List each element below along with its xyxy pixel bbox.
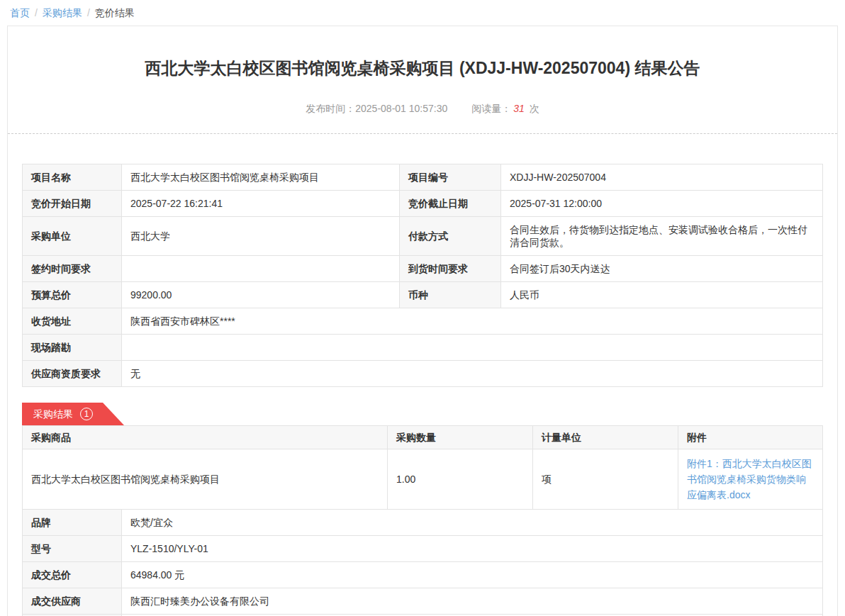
field-value: 无 (122, 361, 823, 387)
table-row: 供应商资质要求 无 (23, 361, 823, 387)
views-label: 阅读量： (471, 103, 511, 114)
purchase-result-ribbon: 采购结果1 (22, 403, 124, 425)
quantity-cell: 1.00 (388, 449, 533, 510)
field-label: 签约时间要求 (23, 256, 122, 282)
brand-value: 欧梵/宜众 (122, 510, 823, 536)
field-label: 品牌 (23, 510, 122, 536)
table-row: 成交供应商 陕西汇时臻美办公设备有限公司 (23, 588, 823, 615)
field-value: XDJJ-HW-202507004 (501, 164, 823, 191)
purchase-result-ribbon-label: 采购结果 (33, 408, 73, 420)
field-label: 竞价截止日期 (400, 191, 501, 217)
table-row: 项目名称 西北大学太白校区图书馆阅览桌椅采购项目 项目编号 XDJJ-HW-20… (23, 164, 823, 191)
field-label: 成交总价 (23, 562, 122, 588)
attachment-link[interactable]: 附件1：西北大学太白校区图书馆阅览桌椅采购货物类响应偏离表.docx (687, 456, 814, 503)
breadcrumb: 首页/采购结果/竞价结果 (0, 0, 845, 26)
announcement-card: 西北大学太白校区图书馆阅览桌椅采购项目 (XDJJ-HW-202507004) … (7, 26, 838, 616)
field-label: 到货时间要求 (400, 256, 501, 282)
field-value: 西北大学 (122, 217, 400, 256)
project-info-table: 项目名称 西北大学太白校区图书馆阅览桌椅采购项目 项目编号 XDJJ-HW-20… (22, 164, 823, 387)
deal-details-table: 品牌 欧梵/宜众 型号 YLZ-1510/YLY-01 成交总价 64984.0… (22, 509, 823, 616)
purchase-result-table: 采购商品 采购数量 计量单位 附件 西北大学太白校区图书馆阅览桌椅采购项目 1.… (22, 425, 823, 510)
field-value: 陕西省西安市碑林区**** (122, 308, 823, 335)
field-label: 收货地址 (23, 308, 122, 335)
field-label: 项目编号 (400, 164, 501, 191)
breadcrumb-home-link[interactable]: 首页 (10, 7, 30, 18)
model-value: YLZ-1510/YLY-01 (122, 536, 823, 562)
publish-meta: 发布时间：2025-08-01 10:57:30阅读量：31 次 (8, 103, 837, 116)
field-value: 2025-07-31 12:00:00 (501, 191, 823, 217)
field-value: 西北大学太白校区图书馆阅览桌椅采购项目 (122, 164, 400, 191)
table-header-row: 采购商品 采购数量 计量单位 附件 (23, 426, 823, 449)
purchase-result-count-badge: 1 (80, 408, 93, 420)
content-area: 项目名称 西北大学太白校区图书馆阅览桌椅采购项目 项目编号 XDJJ-HW-20… (8, 134, 837, 616)
attachment-cell: 附件1：西北大学太白校区图书馆阅览桌椅采购货物类响应偏离表.docx (678, 449, 823, 510)
field-label: 币种 (400, 282, 501, 308)
page: 首页/采购结果/竞价结果 西北大学太白校区图书馆阅览桌椅采购项目 (XDJJ-H… (0, 0, 845, 616)
field-label: 供应商资质要求 (23, 361, 122, 387)
table-row: 型号 YLZ-1510/YLY-01 (23, 536, 823, 562)
table-row: 预算总价 99200.00 币种 人民币 (23, 282, 823, 308)
publish-time-label: 发布时间： (306, 103, 355, 114)
breadcrumb-current: 竞价结果 (95, 7, 135, 18)
table-row: 成交总价 64984.00 元 (23, 562, 823, 588)
page-title: 西北大学太白校区图书馆阅览桌椅采购项目 (XDJJ-HW-202507004) … (50, 57, 795, 79)
table-row: 品牌 欧梵/宜众 (23, 510, 823, 536)
table-row: 现场踏勘 (23, 335, 823, 361)
table-row: 竞价开始日期 2025-07-22 16:21:41 竞价截止日期 2025-0… (23, 191, 823, 217)
table-row: 西北大学太白校区图书馆阅览桌椅采购项目 1.00 项 附件1：西北大学太白校区图… (23, 449, 823, 510)
field-value (122, 335, 823, 361)
field-value (122, 256, 400, 282)
column-header-unit: 计量单位 (533, 426, 678, 449)
breadcrumb-purchase-results-link[interactable]: 采购结果 (43, 7, 82, 18)
views-unit: 次 (530, 103, 539, 114)
field-label: 现场踏勘 (23, 335, 122, 361)
column-header-quantity: 采购数量 (388, 426, 533, 449)
field-label: 型号 (23, 536, 122, 562)
breadcrumb-separator: / (35, 7, 38, 18)
column-header-attachment: 附件 (678, 426, 823, 449)
product-name-cell: 西北大学太白校区图书馆阅览桌椅采购项目 (23, 449, 388, 510)
field-label: 项目名称 (23, 164, 122, 191)
field-value: 合同签订后30天内送达 (501, 256, 823, 282)
views-count: 31 (513, 103, 525, 114)
field-value: 合同生效后，待货物到达指定地点、安装调试验收合格后，一次性付清合同货款。 (501, 217, 823, 256)
field-label: 成交供应商 (23, 588, 122, 615)
column-header-product: 采购商品 (23, 426, 388, 449)
field-label: 预算总价 (23, 282, 122, 308)
field-label: 采购单位 (23, 217, 122, 256)
field-label: 竞价开始日期 (23, 191, 122, 217)
publish-time-value: 2025-08-01 10:57:30 (355, 103, 447, 114)
field-label: 付款方式 (400, 217, 501, 256)
unit-cell: 项 (533, 449, 678, 510)
table-row: 收货地址 陕西省西安市碑林区**** (23, 308, 823, 335)
supplier-value: 陕西汇时臻美办公设备有限公司 (122, 588, 823, 615)
field-value: 人民币 (501, 282, 823, 308)
field-value: 2025-07-22 16:21:41 (122, 191, 400, 217)
budget-total-value: 99200.00 (122, 282, 400, 308)
deal-total-price-value: 64984.00 元 (122, 562, 823, 588)
table-row: 采购单位 西北大学 付款方式 合同生效后，待货物到达指定地点、安装调试验收合格后… (23, 217, 823, 256)
breadcrumb-separator: / (87, 7, 90, 18)
table-row: 签约时间要求 到货时间要求 合同签订后30天内送达 (23, 256, 823, 282)
